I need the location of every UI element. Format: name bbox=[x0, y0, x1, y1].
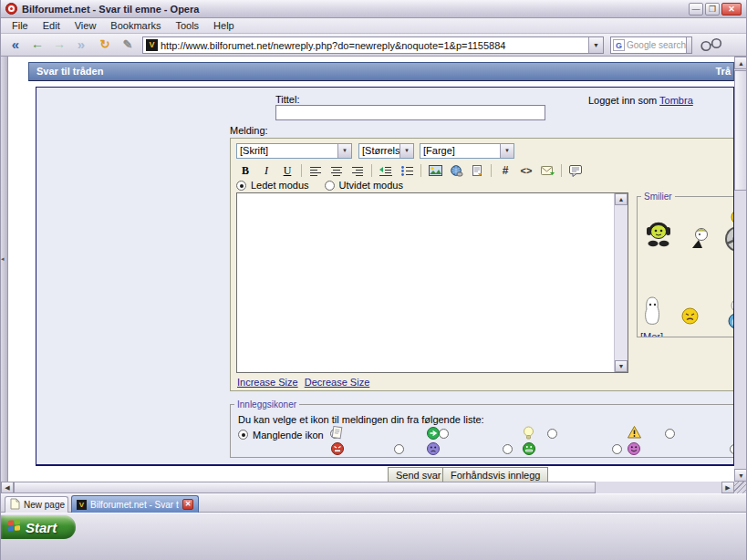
logged-in-status: Logget inn som Tombra bbox=[588, 95, 693, 106]
tab-close-icon[interactable]: ✕ bbox=[182, 499, 193, 510]
align-center-button[interactable] bbox=[327, 163, 346, 179]
smiley-frown[interactable] bbox=[681, 307, 699, 327]
horizontal-scroll-thumb[interactable] bbox=[14, 482, 596, 493]
post-icon-lightbulb bbox=[523, 426, 534, 441]
tab-bar: New page V Bilforumet.net - Svar til e..… bbox=[1, 493, 747, 513]
color-select-arrow[interactable]: ▼ bbox=[500, 144, 514, 158]
post-icon-warning bbox=[628, 426, 641, 441]
menu-bookmarks[interactable]: Bookmarks bbox=[103, 19, 168, 32]
post-icon-arrow bbox=[427, 427, 440, 441]
horizontal-scrollbar[interactable]: ◀ ▶ bbox=[1, 482, 734, 493]
post-icon-radio-arrow[interactable] bbox=[439, 429, 449, 439]
logged-in-user-link[interactable]: Tombra bbox=[659, 95, 693, 106]
message-textarea[interactable] bbox=[237, 193, 614, 372]
code-button[interactable]: <> bbox=[517, 163, 535, 179]
vertical-scroll-thumb[interactable] bbox=[734, 70, 747, 191]
bullet-list-button[interactable] bbox=[398, 163, 416, 179]
scroll-left-icon[interactable]: ◀ bbox=[1, 482, 14, 493]
restore-button[interactable]: ❐ bbox=[705, 3, 720, 16]
smiley-headphones[interactable] bbox=[645, 218, 672, 249]
italic-button[interactable]: I bbox=[257, 163, 275, 179]
editor-toolbar: B I U # <> bbox=[236, 162, 587, 179]
title-input[interactable] bbox=[275, 105, 545, 120]
increase-size-link[interactable]: Increase Size bbox=[237, 377, 298, 388]
size-links: Increase Size Decrease Size bbox=[237, 377, 369, 388]
more-smilies-link[interactable]: [Mer] bbox=[640, 331, 663, 337]
smiley-ghost[interactable] bbox=[643, 296, 661, 327]
windows-taskbar: Start O (F) Irene. OSW(L) - ... kenneth … bbox=[1, 513, 747, 560]
menu-view[interactable]: View bbox=[67, 19, 104, 32]
scroll-down-icon[interactable]: ▼ bbox=[734, 469, 747, 482]
menu-tools[interactable]: Tools bbox=[168, 19, 206, 32]
send-reply-button[interactable]: Send svar bbox=[388, 467, 450, 482]
menu-bar: File Edit View Bookmarks Tools Help bbox=[1, 18, 747, 34]
menu-file[interactable]: File bbox=[5, 19, 36, 32]
color-select[interactable]: [Farge] ▼ bbox=[420, 143, 514, 159]
post-icon-radio-lightbulb[interactable] bbox=[547, 429, 557, 439]
search-dropdown-button[interactable]: ▼ bbox=[686, 37, 692, 53]
size-select-arrow[interactable]: ▼ bbox=[399, 144, 413, 158]
tab-bilforumet[interactable]: V Bilforumet.net - Svar til e... ✕ bbox=[71, 495, 199, 513]
guided-mode-label: Ledet modus bbox=[251, 180, 309, 191]
smiley-bowing[interactable] bbox=[690, 227, 709, 251]
underline-button[interactable]: U bbox=[278, 163, 296, 179]
guided-mode-radio[interactable] bbox=[236, 181, 246, 191]
menu-help[interactable]: Help bbox=[206, 19, 242, 32]
bold-button[interactable]: B bbox=[236, 163, 254, 179]
size-select[interactable]: [Størrelse] ▼ bbox=[358, 143, 414, 159]
insert-link-button[interactable] bbox=[447, 163, 465, 179]
insert-image-button[interactable] bbox=[426, 163, 444, 179]
anchor-button[interactable]: # bbox=[496, 163, 514, 179]
post-icon-radio-grin[interactable] bbox=[612, 444, 622, 454]
address-url[interactable]: http://www.bilforumet.net/newreply.php?d… bbox=[161, 40, 505, 51]
title-label: Tittel: bbox=[275, 94, 300, 105]
vbulletin-favicon: V bbox=[146, 39, 158, 51]
fast-forward-button[interactable]: » bbox=[71, 36, 91, 54]
minimize-button[interactable]: — bbox=[689, 3, 703, 16]
search-placeholder[interactable]: Google search bbox=[627, 40, 686, 50]
reload-button[interactable]: ↻ bbox=[95, 36, 115, 54]
header-right-text: Trå bbox=[715, 63, 731, 80]
message-label: Melding: bbox=[230, 125, 268, 136]
scroll-up-icon[interactable]: ▲ bbox=[734, 57, 747, 69]
textarea-scroll-down-icon[interactable]: ▼ bbox=[615, 360, 628, 372]
scroll-right-icon[interactable]: ▶ bbox=[721, 482, 734, 493]
insert-email-button[interactable] bbox=[538, 163, 556, 179]
rewind-button[interactable]: « bbox=[5, 36, 26, 54]
textarea-scrollbar[interactable]: ▲ ▼ bbox=[614, 193, 628, 372]
attach-file-button[interactable] bbox=[468, 163, 486, 179]
quote-button[interactable] bbox=[566, 163, 585, 179]
font-select[interactable]: [Skrift] ▼ bbox=[236, 143, 352, 159]
smiley-steering-wheel[interactable] bbox=[723, 225, 734, 254]
font-select-arrow[interactable]: ▼ bbox=[337, 144, 351, 158]
smiley-laughing-clipped[interactable] bbox=[725, 209, 734, 227]
align-right-button[interactable] bbox=[348, 163, 367, 179]
decrease-size-link[interactable]: Decrease Size bbox=[305, 377, 370, 388]
align-left-button[interactable] bbox=[306, 163, 325, 179]
smilies-legend: Smilier bbox=[641, 192, 675, 202]
post-icon-radio-sad[interactable] bbox=[503, 444, 513, 454]
back-button[interactable]: ← bbox=[27, 36, 47, 54]
toolbar-separator bbox=[301, 164, 302, 177]
address-dropdown-button[interactable]: ▼ bbox=[588, 37, 603, 53]
preview-post-button[interactable]: Forhåndsvis innlegg bbox=[442, 467, 548, 482]
address-bar[interactable]: V http://www.bilforumet.net/newreply.php… bbox=[142, 36, 604, 54]
tab-new-page[interactable]: New page bbox=[5, 496, 68, 513]
zoom-glasses-icon[interactable] bbox=[700, 37, 723, 56]
vertical-scrollbar[interactable]: ▲ ▼ bbox=[734, 57, 747, 482]
post-icon-radio-angry[interactable] bbox=[394, 444, 404, 454]
indent-button[interactable] bbox=[377, 163, 395, 179]
sidebar-toggle-strip[interactable]: ◂ bbox=[1, 57, 8, 482]
forward-button[interactable]: → bbox=[49, 36, 69, 54]
menu-edit[interactable]: Edit bbox=[36, 19, 67, 32]
textarea-scroll-up-icon[interactable]: ▲ bbox=[615, 193, 628, 205]
search-box[interactable]: G Google search ▼ bbox=[610, 36, 692, 54]
close-button[interactable]: ✕ bbox=[721, 3, 742, 16]
start-button[interactable]: Start bbox=[1, 515, 76, 539]
post-icon-radio-warning[interactable] bbox=[665, 429, 675, 439]
note-pencil-button[interactable]: ✎ bbox=[118, 36, 138, 54]
smiley-at-clipped[interactable]: @ bbox=[723, 313, 734, 331]
extended-mode-radio[interactable] bbox=[325, 181, 335, 191]
no-icon-radio[interactable] bbox=[238, 430, 248, 440]
resize-grip[interactable] bbox=[734, 482, 747, 493]
